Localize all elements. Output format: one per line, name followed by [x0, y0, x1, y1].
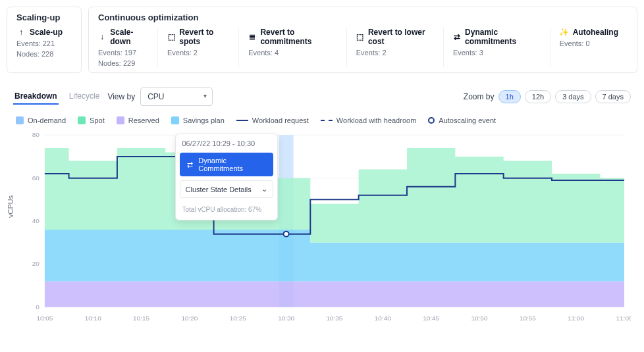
metric-head: ✨Autohealing	[560, 28, 618, 37]
tab-breakdown[interactable]: Breakdown	[13, 89, 59, 105]
legend-label: Workload request	[252, 116, 309, 124]
svg-text:80: 80	[32, 131, 40, 138]
legend-label: Autoscaling event	[439, 116, 496, 124]
svg-text:10:50: 10:50	[471, 314, 488, 322]
metric-revert-spots[interactable]: ⬚Revert to spotsEvents: 2	[167, 28, 239, 67]
group-title: Continuous optimization	[98, 13, 628, 22]
metric-label: Autohealing	[573, 28, 618, 37]
viewby: View by CPU	[107, 88, 213, 106]
legend-item[interactable]: Savings plan	[171, 116, 225, 124]
swap-icon: ⇄	[186, 160, 195, 169]
metric-scale-up[interactable]: ↑Scale-upEvents: 221Nodes: 228	[16, 28, 72, 58]
metric-label: Revert to spots	[179, 28, 229, 46]
metric-subline: Events: 3	[453, 49, 541, 57]
metric-subline: Nodes: 228	[16, 50, 63, 58]
metric-subline: Events: 0	[560, 39, 618, 47]
metric-subline: Events: 221	[16, 39, 63, 47]
continuous-group: Continuous optimization ↓Scale-downEvent…	[88, 7, 637, 73]
legend-swatch	[236, 120, 248, 121]
metric-dynamic-commitments[interactable]: ⇄Dynamic commitmentsEvents: 3	[453, 28, 550, 67]
metric-cards-row: Scaling-up ↑Scale-upEvents: 221Nodes: 22…	[7, 7, 637, 73]
metric-label: Dynamic commitments	[465, 28, 541, 46]
legend-label: Spot	[90, 116, 105, 124]
svg-text:0: 0	[36, 303, 40, 311]
metric-revert-lower-cost[interactable]: ⬚Revert to lower costEvents: 2	[356, 28, 444, 67]
zoom-pill-1h[interactable]: 1h	[498, 90, 521, 103]
metric-subline: Nodes: 229	[98, 59, 148, 67]
metric-label: Scale-up	[30, 28, 63, 37]
metric-revert-commitments[interactable]: ≣Revert to commitmentsEvents: 4	[248, 28, 347, 67]
svg-text:10:40: 10:40	[375, 314, 391, 322]
svg-text:10:45: 10:45	[423, 314, 439, 322]
metric-head: ↓Scale-down	[98, 28, 148, 46]
chart-controls: BreakdownLifecycle View by CPU Zoom by 1…	[7, 84, 637, 110]
legend-swatch	[171, 116, 179, 124]
tooltip-time: 06/27/22 10:29 - 10:30	[176, 134, 277, 153]
y-axis-label: vCPUs	[7, 195, 14, 218]
zoom-pill-12h[interactable]: 12h	[525, 90, 551, 103]
legend-item[interactable]: Workload request	[236, 116, 309, 124]
metric-label: Revert to lower cost	[368, 28, 434, 46]
chart-legend: On-demandSpotReservedSavings planWorkloa…	[7, 110, 637, 128]
viewby-label: View by	[107, 92, 135, 101]
metric-head: ↑Scale-up	[16, 28, 63, 37]
tooltip-badge[interactable]: ⇄ Dynamic Commitments	[180, 153, 273, 176]
stacked-area-chart[interactable]: 02040608010:0510:1010:1510:2010:2510:301…	[13, 128, 631, 326]
legend-item[interactable]: Workload with headroom	[321, 116, 416, 124]
zoom-pill-3days[interactable]: 3 days	[555, 90, 591, 103]
tooltip-footer: Total vCPU allocation: 67%	[176, 202, 277, 220]
zoom-pill-7days[interactable]: 7 days	[595, 90, 631, 103]
metric-head: ⇄Dynamic commitments	[453, 28, 541, 46]
cube-icon: ⬚	[167, 32, 175, 41]
metric-subline: Events: 2	[167, 49, 229, 57]
legend-item[interactable]: Spot	[78, 116, 105, 124]
legend-label: Reserved	[128, 116, 159, 124]
metric-subline: Events: 2	[356, 49, 434, 57]
chart-wrap: vCPUs 02040608010:0510:1010:1510:2010:25…	[13, 128, 631, 326]
metric-autohealing[interactable]: ✨AutohealingEvents: 0	[560, 28, 628, 67]
tag-icon: ⬚	[356, 32, 364, 41]
svg-text:60: 60	[32, 174, 40, 182]
stack-icon: ≣	[248, 32, 256, 41]
svg-text:10:15: 10:15	[133, 314, 149, 322]
svg-text:10:30: 10:30	[278, 314, 294, 322]
swap-icon: ⇄	[453, 32, 461, 41]
wand-icon: ✨	[560, 28, 569, 37]
viewby-select[interactable]: CPU	[140, 88, 213, 106]
area-Spot	[45, 148, 624, 243]
autoscaling-event-marker	[284, 232, 289, 237]
metric-label: Scale-down	[110, 28, 148, 46]
chevron-down-icon: ⌄	[261, 185, 267, 193]
tab-lifecycle[interactable]: Lifecycle	[68, 89, 101, 105]
metric-subline: Events: 197	[98, 49, 148, 57]
legend-label: On-demand	[28, 116, 66, 124]
legend-label: Savings plan	[183, 116, 225, 124]
legend-item[interactable]: Reserved	[117, 116, 159, 124]
legend-item[interactable]: On-demand	[16, 116, 66, 124]
scaling-up-group: Scaling-up ↑Scale-upEvents: 221Nodes: 22…	[7, 7, 82, 73]
svg-text:20: 20	[32, 260, 40, 267]
legend-swatch	[321, 120, 333, 121]
metric-head: ⬚Revert to spots	[167, 28, 229, 46]
legend-swatch	[16, 116, 24, 124]
arrow-up-icon: ↑	[16, 28, 26, 37]
legend-swatch	[78, 116, 86, 124]
legend-item[interactable]: Autoscaling event	[428, 116, 496, 124]
legend-swatch	[117, 116, 124, 124]
tooltip-dropdown[interactable]: Cluster State Details ⌄	[180, 180, 273, 198]
svg-text:10:20: 10:20	[181, 314, 198, 322]
svg-text:11:05: 11:05	[616, 314, 631, 322]
legend-swatch	[428, 117, 435, 124]
chart-tooltip: 06/27/22 10:29 - 10:30 ⇄ Dynamic Commitm…	[175, 134, 278, 220]
metric-head: ≣Revert to commitments	[248, 28, 337, 46]
svg-text:10:55: 10:55	[520, 314, 536, 322]
arrow-down-icon: ↓	[98, 32, 106, 41]
zoom-controls: Zoom by 1h12h3 days7 days	[464, 90, 631, 103]
tabs: BreakdownLifecycle	[13, 89, 101, 105]
svg-text:11:00: 11:00	[568, 314, 584, 322]
metric-scale-down[interactable]: ↓Scale-downEvents: 197Nodes: 229	[98, 28, 158, 67]
svg-text:10:25: 10:25	[230, 314, 246, 322]
svg-text:10:05: 10:05	[36, 314, 53, 322]
metric-head: ⬚Revert to lower cost	[356, 28, 434, 46]
svg-text:10:10: 10:10	[85, 314, 101, 322]
